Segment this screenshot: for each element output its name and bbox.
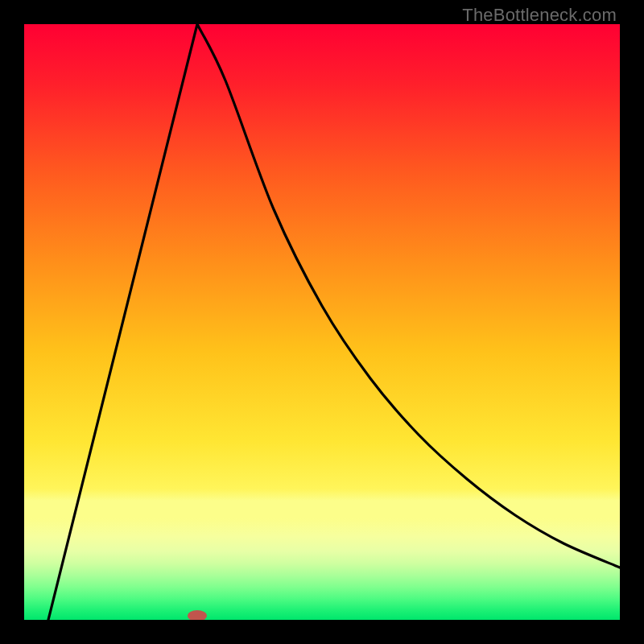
watermark-text: TheBottleneck.com bbox=[462, 5, 617, 26]
bottleneck-chart bbox=[24, 24, 620, 620]
chart-frame bbox=[24, 24, 620, 620]
gradient-background bbox=[24, 24, 620, 620]
